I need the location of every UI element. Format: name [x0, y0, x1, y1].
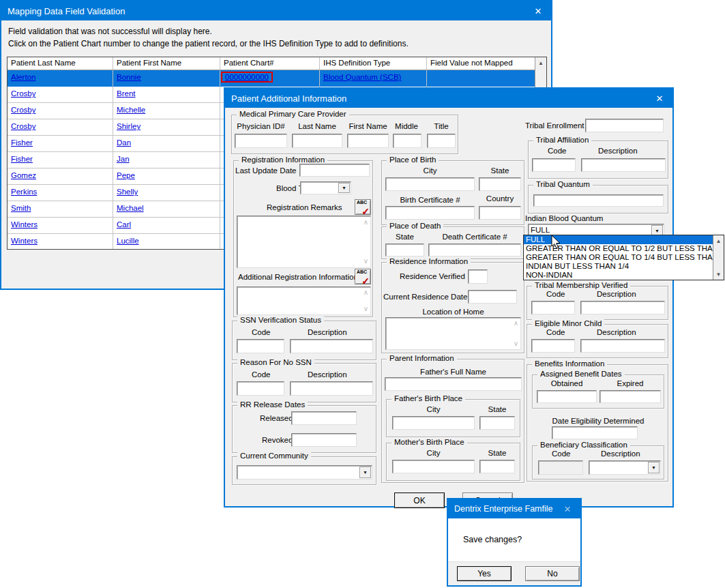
- chevron-up-icon[interactable]: ∧: [514, 320, 518, 327]
- additional-registration-textarea[interactable]: ∧ ∨: [237, 286, 371, 315]
- patient-last-name-link[interactable]: Fisher: [11, 155, 33, 163]
- dropdown-option[interactable]: GREATER THAN OR EQUAL TO 1/4 BUT LESS TH…: [524, 253, 713, 262]
- patient-first-name-link[interactable]: Carl: [117, 220, 131, 229]
- spellcheck-icon[interactable]: ABC ✓: [355, 269, 371, 284]
- no-ssn-code-input[interactable]: [237, 381, 284, 396]
- column-header[interactable]: Field Value not Mapped: [427, 57, 535, 70]
- residence-verified-input[interactable]: [468, 269, 488, 284]
- current-community-select[interactable]: ▼: [237, 465, 372, 480]
- death-certificate-input[interactable]: [428, 244, 521, 256]
- patient-first-name-link[interactable]: Bonnie: [117, 73, 141, 81]
- tribal-quantum-input[interactable]: [533, 194, 664, 207]
- dropdown-arrow-icon[interactable]: ▼: [338, 183, 350, 193]
- registration-remarks-textarea[interactable]: ∧ ∨: [237, 216, 371, 268]
- column-header[interactable]: Patient First Name: [113, 57, 220, 70]
- column-header[interactable]: IHS Definition Type: [320, 57, 427, 70]
- dropdown-scrollbar[interactable]: ▲ ▼: [713, 235, 724, 280]
- dropdown-arrow-icon[interactable]: ▼: [359, 467, 371, 478]
- birth-certificate-input[interactable]: [385, 206, 475, 220]
- physician-id-input[interactable]: [235, 134, 287, 148]
- chevron-down-icon[interactable]: ∨: [364, 258, 368, 265]
- close-icon[interactable]: ✕: [525, 6, 551, 16]
- dropdown-option[interactable]: INDIAN BUT LESS THAN 1/4: [524, 262, 713, 271]
- current-residence-date-input[interactable]: [468, 290, 517, 304]
- released-date-input[interactable]: [291, 411, 357, 425]
- fathers-full-name-input[interactable]: [385, 377, 522, 391]
- patient-first-name-link[interactable]: Jan: [117, 155, 130, 163]
- chevron-down-icon[interactable]: ∨: [364, 306, 368, 312]
- blood-type-select[interactable]: ▼: [300, 181, 351, 194]
- tribal-enrollment-input[interactable]: [585, 119, 664, 132]
- famfile-titlebar[interactable]: Dentrix Enterprise Famfile ✕: [448, 499, 580, 518]
- ssn-status-description-input[interactable]: [290, 339, 373, 353]
- patient-last-name-link[interactable]: Winters: [11, 237, 38, 245]
- column-header[interactable]: Patient Chart#: [220, 57, 320, 70]
- membership-code-input[interactable]: [531, 301, 575, 314]
- spellcheck-icon[interactable]: ABC ✓: [355, 199, 371, 215]
- ihs-definition-type-link[interactable]: Blood Quantum (SCB): [323, 73, 401, 81]
- patient-last-name-link[interactable]: Alerton: [11, 73, 35, 81]
- tribal-affiliation-code-input[interactable]: [532, 158, 576, 172]
- yes-button[interactable]: Yes: [457, 566, 512, 581]
- birth-city-input[interactable]: [385, 177, 475, 191]
- minor-child-description-input[interactable]: [580, 339, 665, 353]
- column-header[interactable]: Patient Last Name: [8, 57, 113, 70]
- table-row[interactable]: AlertonBonnie0000000000Blood Quantum (SC…: [8, 70, 535, 87]
- tribal-affiliation-description-input[interactable]: [581, 158, 666, 172]
- scroll-down-icon[interactable]: ▼: [713, 269, 724, 280]
- patient-first-name-link[interactable]: Michelle: [117, 106, 145, 114]
- patient-first-name-link[interactable]: Lucille: [117, 237, 139, 245]
- chevron-up-icon[interactable]: ∧: [364, 219, 368, 226]
- ssn-status-code-input[interactable]: [237, 339, 284, 353]
- father-birth-city-input[interactable]: [392, 416, 475, 430]
- benefit-obtained-input[interactable]: [537, 390, 597, 403]
- location-of-home-textarea[interactable]: ∧ ∨: [385, 317, 521, 350]
- patient-last-name-link[interactable]: Crosby: [11, 106, 35, 114]
- chevron-up-icon[interactable]: ∧: [364, 289, 368, 296]
- provider-last-name-input[interactable]: [292, 134, 342, 148]
- provider-first-name-input[interactable]: [347, 134, 389, 148]
- patient-last-name-link[interactable]: Gomez: [11, 171, 36, 179]
- chevron-down-icon[interactable]: ∨: [514, 340, 518, 347]
- patient-first-name-link[interactable]: Shirley: [117, 122, 140, 130]
- patient-first-name-link[interactable]: Pepe: [117, 171, 135, 179]
- dropdown-option[interactable]: NON-INDIAN: [524, 271, 713, 280]
- mapping-window-titlebar[interactable]: Mapping Data Field Validation ✕: [1, 1, 551, 20]
- death-state-input[interactable]: [385, 244, 424, 256]
- birth-country-input[interactable]: [479, 206, 521, 220]
- no-ssn-description-input[interactable]: [290, 381, 373, 396]
- benefit-expired-input[interactable]: [600, 390, 661, 403]
- patient-first-name-link[interactable]: Michael: [117, 204, 144, 212]
- dropdown-arrow-icon[interactable]: ▼: [648, 462, 660, 473]
- patient-last-name-link[interactable]: Perkins: [11, 188, 37, 196]
- minor-child-code-input[interactable]: [531, 339, 575, 353]
- patient-last-name-link[interactable]: Crosby: [11, 89, 35, 98]
- patient-first-name-link[interactable]: Brent: [117, 89, 136, 98]
- mother-birth-state-input[interactable]: [479, 460, 515, 473]
- close-icon[interactable]: ✕: [554, 504, 580, 514]
- revoked-date-input[interactable]: [291, 433, 357, 447]
- provider-title-input[interactable]: [427, 134, 456, 148]
- birth-state-input[interactable]: [479, 177, 521, 191]
- provider-middle-input[interactable]: [393, 134, 421, 148]
- patient-first-name-link[interactable]: Shelly: [117, 188, 138, 196]
- patient-last-name-link[interactable]: Crosby: [11, 122, 35, 130]
- no-button[interactable]: No: [525, 566, 580, 581]
- ok-button[interactable]: OK: [394, 493, 445, 508]
- patient-last-name-link[interactable]: Fisher: [11, 138, 33, 147]
- date-eligibility-input[interactable]: [552, 426, 638, 439]
- patient-last-name-link[interactable]: Winters: [11, 220, 38, 229]
- table-cell: 0000000000: [220, 70, 320, 87]
- mother-birth-city-input[interactable]: [392, 460, 475, 473]
- membership-description-input[interactable]: [580, 301, 665, 314]
- patient-first-name-link[interactable]: Dan: [117, 138, 131, 147]
- patient-last-name-link[interactable]: Smith: [11, 204, 31, 212]
- close-icon[interactable]: ✕: [647, 93, 672, 104]
- beneficiary-description-select[interactable]: ▼: [589, 460, 661, 475]
- pai-titlebar[interactable]: Patient Additional Information ✕: [225, 89, 672, 108]
- scroll-up-icon[interactable]: ▲: [535, 57, 546, 68]
- father-birth-state-input[interactable]: [479, 416, 515, 430]
- patient-chart-link[interactable]: 0000000000: [225, 73, 269, 81]
- scroll-up-icon[interactable]: ▲: [713, 235, 724, 246]
- last-update-date-input[interactable]: [299, 164, 370, 177]
